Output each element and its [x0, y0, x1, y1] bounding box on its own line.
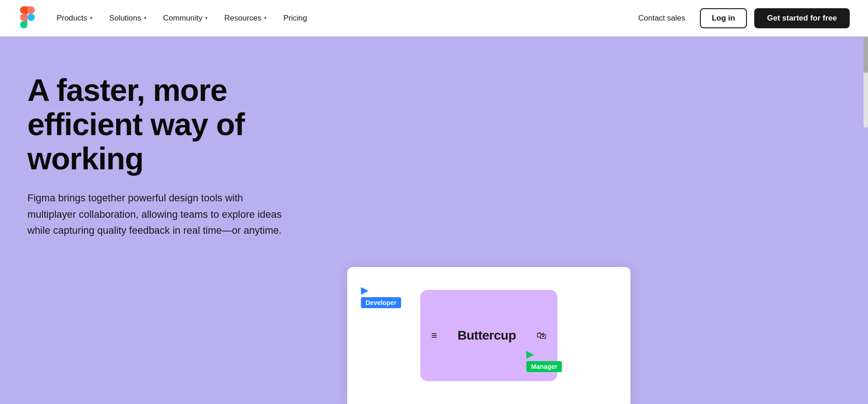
figma-logo[interactable]: [18, 6, 37, 30]
manager-badge: Manager: [526, 361, 562, 372]
contact-sales-link[interactable]: Contact sales: [631, 10, 693, 26]
scrollbar-thumb[interactable]: [863, 37, 868, 73]
cursor-arrow-icon: ▶: [361, 285, 369, 295]
nav-item-solutions[interactable]: Solutions ▾: [102, 10, 154, 26]
cursor-arrow-green-icon: ▶: [526, 349, 534, 359]
login-button[interactable]: Log in: [700, 8, 747, 28]
hero-text-block: A faster, more efficient way of working …: [27, 73, 311, 238]
developer-badge: Developer: [361, 297, 401, 308]
hero-section: A faster, more efficient way of working …: [0, 37, 868, 404]
nav-item-resources[interactable]: Resources ▾: [217, 10, 274, 26]
nav-links: Products ▾ Solutions ▾ Community ▾ Resou…: [49, 10, 314, 26]
manager-cursor: ▶ Manager: [526, 349, 562, 372]
hamburger-icon: ≡: [431, 330, 437, 341]
brand-name: Buttercup: [458, 328, 516, 343]
hero-title: A faster, more efficient way of working: [27, 73, 311, 175]
mobile-mockup: ≡ Buttercup 🛍 ▶ Manager: [420, 290, 557, 381]
chevron-down-icon: ▾: [90, 15, 93, 21]
shopping-bag-icon: 🛍: [536, 330, 546, 341]
demo-area: ▶ Developer ≡ Buttercup 🛍 ▶ Manager: [347, 249, 868, 404]
chevron-down-icon: ▾: [264, 15, 267, 21]
scrollbar-track[interactable]: [863, 37, 868, 128]
chevron-down-icon: ▾: [144, 15, 147, 21]
nav-item-products[interactable]: Products ▾: [49, 10, 100, 26]
navbar: Products ▾ Solutions ▾ Community ▾ Resou…: [0, 0, 868, 37]
navbar-right: Contact sales Log in Get started for fre…: [631, 8, 850, 28]
developer-cursor: ▶ Developer: [361, 285, 401, 308]
navbar-left: Products ▾ Solutions ▾ Community ▾ Resou…: [18, 6, 314, 30]
get-started-button[interactable]: Get started for free: [754, 8, 850, 28]
design-card: ▶ Developer ≡ Buttercup 🛍 ▶ Manager: [347, 267, 630, 404]
nav-item-community[interactable]: Community ▾: [156, 10, 215, 26]
hero-subtitle: Figma brings together powerful design to…: [27, 190, 292, 238]
nav-item-pricing[interactable]: Pricing: [276, 10, 314, 26]
chevron-down-icon: ▾: [205, 15, 208, 21]
